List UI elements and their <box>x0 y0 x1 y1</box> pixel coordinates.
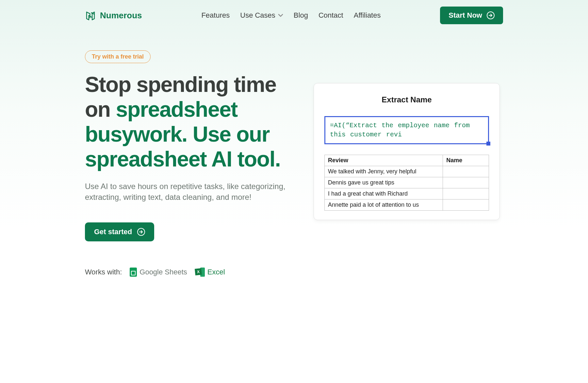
table-row: Dennis gave us great tips <box>325 177 489 188</box>
cell-review: Dennis gave us great tips <box>325 177 443 188</box>
button-label: Start Now <box>449 11 482 20</box>
excel-icon: X <box>195 268 205 277</box>
nav-affiliates[interactable]: Affiliates <box>354 11 381 20</box>
get-started-button[interactable]: Get started <box>85 222 154 241</box>
demo-panel: Extract Name =AI(“Extract the employee n… <box>314 83 500 277</box>
arrow-right-icon <box>487 11 495 19</box>
formula-text: =AI(“Extract the employee name from this… <box>330 121 483 139</box>
main-nav: Features Use Cases Blog Contact Affiliat… <box>201 11 381 20</box>
excel-text: Excel <box>207 268 225 276</box>
selection-handle-icon[interactable] <box>486 142 490 146</box>
arrow-right-icon <box>137 228 145 236</box>
works-with-label: Works with: <box>85 268 122 276</box>
demo-title: Extract Name <box>324 95 489 104</box>
hero-section: Try with a free trial Stop spending time… <box>85 50 503 277</box>
logo-text: Numerous <box>100 10 142 21</box>
cell-review: Annette paid a lot of attention to us <box>325 200 443 211</box>
text-strong: Google <box>139 268 163 276</box>
google-sheets-badge: Google Sheets <box>130 268 187 277</box>
logo[interactable]: Numerous <box>85 10 142 21</box>
table-row: Annette paid a lot of attention to us <box>325 200 489 211</box>
nav-features[interactable]: Features <box>201 11 230 20</box>
google-sheets-icon <box>130 268 137 277</box>
formula-input[interactable]: =AI(“Extract the employee name from this… <box>324 116 489 144</box>
hero-subtext: Use AI to save hours on repetitive tasks… <box>85 181 301 203</box>
col-header-name: Name <box>443 155 489 166</box>
logo-icon <box>85 10 96 21</box>
cell-name <box>443 200 489 211</box>
google-sheets-text: Google Sheets <box>139 268 187 276</box>
button-label: Get started <box>94 228 132 236</box>
cell-review: We talked with Jenny, very helpful <box>325 166 443 177</box>
nav-label: Contact <box>318 11 343 20</box>
cell-name <box>443 166 489 177</box>
page-title: Stop spending time on spreadsheet busywo… <box>85 72 301 172</box>
chevron-down-icon <box>278 14 283 17</box>
cell-name <box>443 188 489 200</box>
cell-name <box>443 177 489 188</box>
trial-badge[interactable]: Try with a free trial <box>85 50 151 63</box>
table-header-row: Review Name <box>325 155 489 166</box>
nav-label: Affiliates <box>354 11 381 20</box>
excel-badge: X Excel <box>195 268 225 277</box>
works-with-row: Works with: Google Sheets X Excel <box>85 268 301 277</box>
hero-content: Try with a free trial Stop spending time… <box>85 50 301 277</box>
col-header-review: Review <box>325 155 443 166</box>
nav-contact[interactable]: Contact <box>318 11 343 20</box>
nav-label: Blog <box>294 11 308 20</box>
text-light: Sheets <box>163 268 187 276</box>
cell-review: I had a great chat with Richard <box>325 188 443 200</box>
nav-label: Features <box>201 11 230 20</box>
nav-label: Use Cases <box>240 11 275 20</box>
nav-blog[interactable]: Blog <box>294 11 308 20</box>
table-row: I had a great chat with Richard <box>325 188 489 200</box>
header: Numerous Features Use Cases Blog Contact… <box>85 0 503 31</box>
start-now-button[interactable]: Start Now <box>440 7 503 24</box>
nav-use-cases[interactable]: Use Cases <box>240 11 283 20</box>
demo-card: Extract Name =AI(“Extract the employee n… <box>314 83 500 220</box>
table-row: We talked with Jenny, very helpful <box>325 166 489 177</box>
demo-table: Review Name We talked with Jenny, very h… <box>324 155 489 211</box>
